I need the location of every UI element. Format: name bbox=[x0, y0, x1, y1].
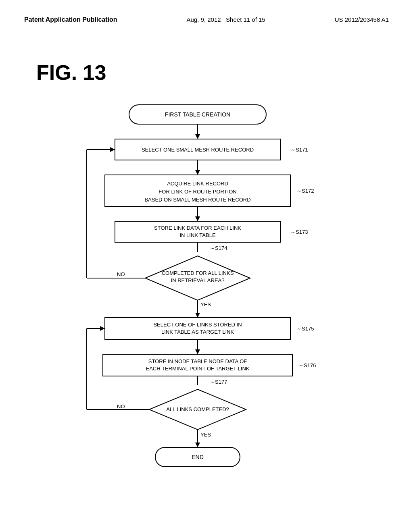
svg-rect-21 bbox=[103, 354, 292, 376]
s177-no-label: NO bbox=[117, 403, 125, 409]
publication-title: Patent Application Publication bbox=[24, 16, 117, 23]
svg-marker-8 bbox=[195, 216, 200, 221]
patent-number: US 2012/203458 A1 bbox=[335, 16, 389, 23]
s175-line1: SELECT ONE OF LINKS STORED IN bbox=[153, 322, 242, 328]
s171-text: SELECT ONE SMALL MESH ROUTE RECORD bbox=[142, 147, 254, 153]
svg-marker-15 bbox=[110, 147, 115, 152]
page-header: Patent Application Publication Aug. 9, 2… bbox=[0, 0, 413, 23]
start-label: FIRST TABLE CREATION bbox=[165, 111, 230, 118]
s176-line2: EACH TERMINAL POINT OF TARGET LINK bbox=[146, 366, 250, 372]
svg-marker-5 bbox=[195, 170, 200, 175]
flowchart-diagram: FIRST TABLE CREATION SELECT ONE SMALL ME… bbox=[0, 93, 413, 516]
s176-line1: STORE IN NODE TABLE NODE DATA OF bbox=[148, 358, 247, 364]
s177-arrow-label: ～S177 bbox=[210, 379, 227, 385]
s173-line1: STORE LINK DATA FOR EACH LINK bbox=[154, 225, 241, 231]
svg-marker-27 bbox=[100, 326, 105, 331]
header-date-sheet: Aug. 9, 2012 Sheet 11 of 15 bbox=[187, 16, 265, 23]
svg-marker-17 bbox=[195, 313, 200, 318]
s172-line3: BASED ON SMALL MESH ROUTE RECORD bbox=[144, 197, 250, 203]
s174-yes-label: YES bbox=[200, 301, 211, 308]
s174-line2: IN RETRIEVAL AREA? bbox=[171, 277, 225, 283]
s174-arrow-label: ～S174 bbox=[210, 245, 227, 251]
svg-marker-2 bbox=[195, 134, 200, 139]
s174-no-label: NO bbox=[117, 271, 125, 277]
s174-line1: COMPLETED FOR ALL LINKS bbox=[162, 270, 234, 276]
s175-label: ～S175 bbox=[296, 326, 314, 332]
publication-date: Aug. 9, 2012 bbox=[187, 16, 221, 23]
end-label: END bbox=[192, 454, 204, 460]
s177-yes-label: YES bbox=[200, 432, 211, 438]
s177-text: ALL LINKS COMPLETED? bbox=[166, 406, 229, 412]
svg-marker-29 bbox=[195, 443, 200, 447]
s176-label: ～S176 bbox=[298, 362, 316, 368]
s173-line2: IN LINK TABLE bbox=[179, 232, 215, 238]
s172-line2: FOR LINK OF ROUTE PORTION bbox=[159, 189, 236, 195]
figure-label: FIG. 13 bbox=[36, 60, 106, 85]
sheet-number: Sheet 11 of 15 bbox=[226, 16, 265, 23]
svg-marker-20 bbox=[195, 349, 200, 354]
s173-label: ～S173 bbox=[290, 229, 308, 235]
svg-rect-9 bbox=[115, 221, 280, 242]
svg-rect-18 bbox=[105, 318, 290, 339]
s175-line2: LINK TABLE AS TARGET LINK bbox=[161, 329, 234, 335]
s172-label: ～S172 bbox=[296, 188, 314, 194]
s172-line1: ACQUIRE LINK RECORD bbox=[167, 181, 228, 187]
s171-label: ～S171 bbox=[290, 147, 308, 153]
